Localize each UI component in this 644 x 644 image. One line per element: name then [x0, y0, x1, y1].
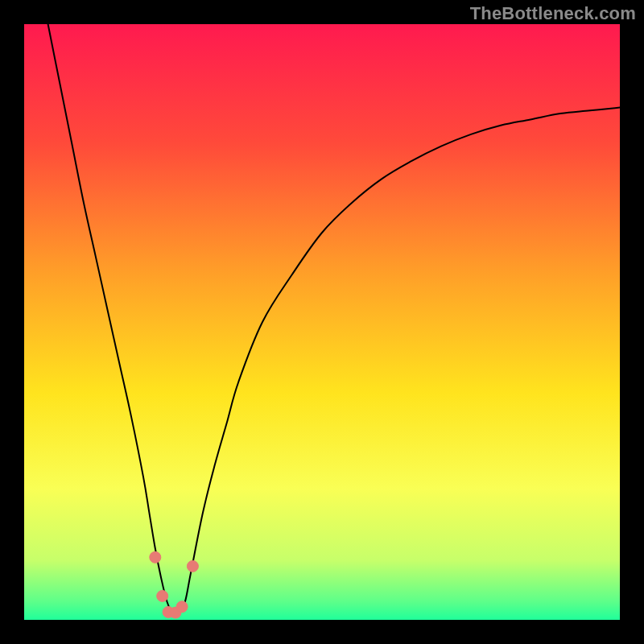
data-marker [150, 551, 161, 563]
data-marker [176, 601, 188, 613]
bottleneck-curve [48, 24, 620, 616]
data-marker [187, 560, 198, 572]
watermark-text: TheBottleneck.com [470, 3, 636, 24]
chart-frame: TheBottleneck.com [0, 0, 644, 644]
chart-svg [24, 24, 620, 620]
data-marker [157, 590, 168, 601]
plot-area [24, 24, 620, 620]
